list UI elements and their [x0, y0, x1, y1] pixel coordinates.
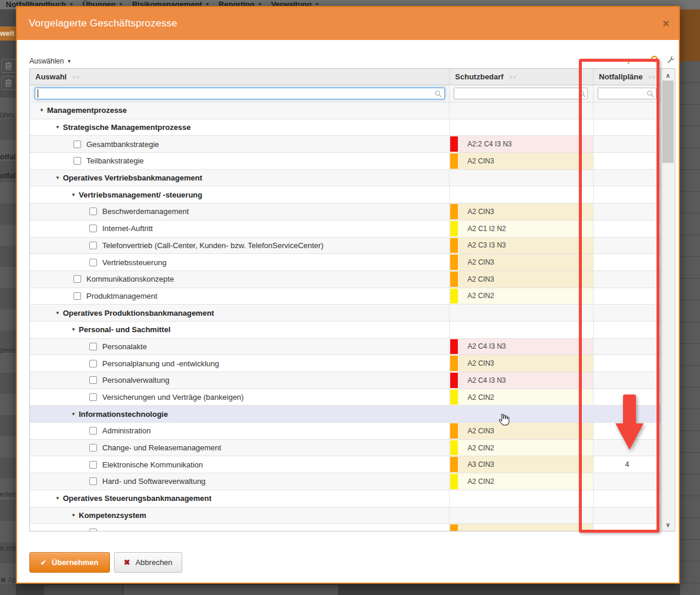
annotation-arrow-icon [615, 395, 644, 450]
row-checkbox[interactable] [89, 444, 97, 452]
row-checkbox[interactable] [89, 477, 97, 485]
row-checkbox[interactable] [89, 343, 97, 350]
table-row[interactable]: Internet-AuftrittA2 C1 I2 N2 [30, 220, 661, 238]
row-checkbox[interactable] [89, 208, 97, 215]
row-checkbox[interactable] [89, 529, 97, 531]
sort-icon[interactable]: ∧∨ [72, 74, 79, 80]
row-checkbox[interactable] [89, 393, 97, 401]
expand-caret-icon[interactable]: ▼ [71, 513, 79, 518]
table-row[interactable]: VertriebssteuerungA2 CIN3 [30, 254, 661, 271]
table-row[interactable]: ▼Operatives Produktionsbankmanagement [30, 305, 661, 322]
sort-icon[interactable]: ∧∨ [509, 74, 517, 80]
severity-color-block [450, 339, 458, 355]
background-text-fragment: erleitu [0, 489, 16, 500]
table-row[interactable]: ▼Personal- und Sachmittel [30, 322, 661, 339]
expand-caret-icon[interactable]: ▼ [71, 412, 79, 417]
process-label: Elektronische Kommunikation [102, 460, 203, 469]
trash-icon [5, 79, 12, 87]
expand-caret-icon[interactable]: ▼ [55, 310, 63, 316]
scroll-up-icon[interactable]: ∧ [661, 70, 675, 81]
schutzbedarf-cell [450, 186, 594, 203]
table-row[interactable]: ▼Kompetenzsystem [30, 507, 661, 524]
process-label: Kommunikationskonzepte [86, 275, 174, 283]
filter-input-schutzbedarf[interactable] [454, 88, 588, 99]
cancel-button[interactable]: ✖ Abbrechen [114, 552, 183, 573]
row-checkbox[interactable] [89, 360, 97, 367]
background-rows [680, 61, 700, 595]
process-label: Personalakte [102, 342, 147, 351]
expand-caret-icon[interactable]: ▼ [71, 192, 79, 198]
process-label: Operatives Produktionsbankmanagement [63, 309, 214, 317]
process-label: Personal- und Sachmittel [79, 325, 170, 334]
process-label: Change- und Releasemanagement [102, 443, 221, 452]
schutzbedarf-value: A3 CIN3 [467, 460, 494, 469]
row-checkbox[interactable] [73, 157, 81, 165]
table-row[interactable]: Telefonvertrieb (Call-Center, Kunden- bz… [30, 238, 661, 255]
expand-caret-icon[interactable]: ▼ [55, 125, 63, 130]
severity-color-block [450, 289, 458, 304]
table-row[interactable]: GesamtbankstrategieA2:2 C4 I3 N3 [30, 136, 661, 153]
table-row[interactable]: ▼Operatives Steuerungsbankmanagement [30, 490, 661, 507]
process-label: Personalverwaltung [102, 376, 169, 385]
table-row[interactable]: Versicherungen und Verträge (bankeigen)A… [30, 389, 661, 406]
row-checkbox[interactable] [89, 461, 97, 469]
schutzbedarf-value: A2 CIN3 [467, 275, 494, 283]
table-row[interactable]: Elektronische KommunikationA3 CIN34 [30, 456, 661, 473]
table-row[interactable]: Change- und ReleasemanagementA2 CIN2 [30, 440, 661, 457]
table-row[interactable]: ▼Vertriebsmanagement/ -steuerung [30, 186, 661, 203]
schutzbedarf-cell: A2 C4 I3 N3 [450, 372, 594, 389]
table-row[interactable]: TeilbankstrategieA2 CIN3 [30, 153, 661, 170]
row-checkbox[interactable] [89, 259, 97, 266]
check-icon: ✔ [41, 559, 46, 567]
table-row[interactable]: Personalplanung und -entwicklungA2 CIN3 [30, 355, 661, 372]
select-dropdown[interactable]: Auswählen ▼ [29, 57, 72, 65]
table-row[interactable]: ProduktmanagementA2 CIN2 [30, 288, 661, 305]
schutzbedarf-value: A2 CIN3 [467, 208, 494, 216]
process-label: Kompetenzsystem [79, 511, 146, 520]
row-checkbox[interactable] [73, 275, 81, 283]
row-checkbox[interactable] [89, 242, 97, 249]
severity-color-block [450, 356, 458, 371]
scrollbar-thumb[interactable] [662, 81, 674, 163]
background-text-fragment: ✖ Ab [0, 574, 16, 586]
severity-color-block [450, 204, 458, 219]
severity-color-block [450, 221, 458, 236]
severity-color-block [450, 474, 458, 489]
filter-input-auswahl[interactable] [35, 88, 445, 99]
background-button [123, 585, 338, 595]
table-row[interactable]: AdministrationA2 CIN3 [30, 423, 661, 440]
process-label: Strategische Managementprozesse [63, 123, 190, 132]
close-icon[interactable]: × [662, 18, 669, 29]
annotation-highlight-rectangle [579, 59, 659, 533]
row-checkbox[interactable] [89, 427, 97, 434]
row-checkbox[interactable] [73, 292, 81, 300]
scroll-down-icon[interactable]: ∨ [661, 519, 675, 530]
table-row[interactable]: Hard- und SoftwareverwaltungA2 CIN2 [30, 473, 661, 490]
expand-caret-icon[interactable]: ▼ [55, 175, 63, 180]
table-row[interactable]: BeschwerdemanagementA2 CIN3 [30, 203, 661, 220]
table-row[interactable]: ▼Informationstechnologie [30, 406, 661, 423]
apply-button[interactable]: ✔ Übernehmen [29, 552, 110, 573]
table-row[interactable]: PersonalverwaltungA2 C4 I3 N3 [30, 372, 661, 389]
expand-caret-icon[interactable]: ▼ [39, 108, 47, 113]
column-header-auswahl[interactable]: Auswahl ∧∨ [30, 69, 450, 85]
table-row[interactable]: ▼Managementprozesse [30, 102, 661, 119]
table-row[interactable] [30, 524, 661, 531]
wrench-icon[interactable] [666, 56, 675, 67]
table-row[interactable]: ▼Strategische Managementprozesse [30, 119, 661, 136]
table-row[interactable]: PersonalakteA2 C4 I3 N3 [30, 339, 661, 356]
scrollbar[interactable]: ∧ ∨ [661, 69, 675, 531]
schutzbedarf-value: A2 C1 I2 N2 [467, 225, 505, 233]
table-row[interactable]: ▼Operatives Vertriebsbankmanagement [30, 170, 661, 187]
schutzbedarf-cell: A2 C4 I3 N3 [450, 339, 594, 355]
background-text-fragment: n mög [0, 543, 16, 554]
row-checkbox[interactable] [73, 141, 81, 148]
row-checkbox[interactable] [89, 225, 97, 232]
row-checkbox[interactable] [89, 376, 97, 384]
expand-caret-icon[interactable]: ▼ [55, 496, 63, 501]
schutzbedarf-cell: A2 CIN3 [450, 153, 594, 169]
expand-caret-icon[interactable]: ▼ [71, 327, 79, 332]
table-row[interactable]: KommunikationskonzepteA2 CIN3 [30, 271, 661, 288]
column-header-schutzbedarf[interactable]: Schutzbedarf ∧∨ [450, 69, 594, 85]
process-label: Teilbankstrategie [86, 156, 144, 165]
